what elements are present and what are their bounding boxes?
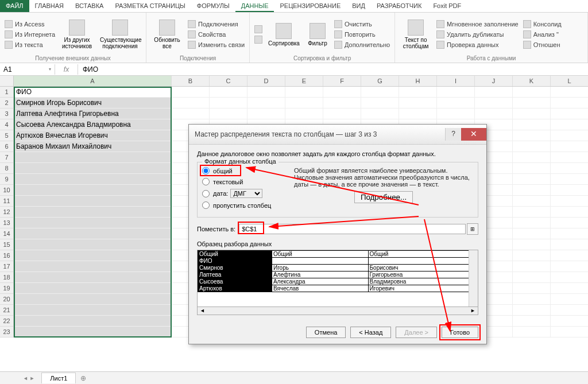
edit-links-button[interactable]: Изменить связи	[187, 40, 246, 49]
cell[interactable]	[513, 174, 551, 185]
dialog-help-button[interactable]: ?	[445, 128, 461, 141]
radio-date-label[interactable]: дата:	[213, 190, 228, 197]
row-header[interactable]: 1	[0, 87, 13, 98]
cell[interactable]	[551, 239, 588, 250]
what-if-button[interactable]: Анализ "	[522, 30, 563, 39]
cell[interactable]	[551, 272, 588, 283]
row-header[interactable]: 14	[0, 228, 13, 239]
dialog-titlebar[interactable]: Мастер распределения текста по столбцам …	[189, 125, 486, 145]
data-validation-button[interactable]: Проверка данных	[435, 40, 520, 49]
cell[interactable]: Баранов Михаил Михайлович	[14, 141, 172, 152]
row-header[interactable]: 12	[0, 207, 13, 218]
sheet-nav[interactable]: ◄ ►	[23, 375, 34, 381]
cell[interactable]	[14, 305, 172, 316]
col-header[interactable]: D	[247, 76, 285, 86]
cell[interactable]	[513, 196, 551, 207]
text-to-columns-button[interactable]: Текст по столбцам	[399, 14, 433, 55]
col-header[interactable]: L	[551, 76, 588, 86]
cell[interactable]	[475, 98, 513, 108]
cell[interactable]	[513, 98, 551, 108]
cell[interactable]	[475, 87, 513, 98]
row-header[interactable]: 6	[0, 141, 13, 152]
date-format-select[interactable]: ДМГ	[230, 189, 262, 198]
row-header[interactable]: 5	[0, 130, 13, 141]
cell[interactable]	[551, 250, 588, 261]
cell[interactable]	[513, 141, 551, 152]
cell[interactable]	[14, 196, 172, 207]
tab-view[interactable]: ВИД	[346, 0, 371, 12]
cell[interactable]	[513, 294, 551, 305]
cell[interactable]	[14, 294, 172, 305]
cell[interactable]: Сысоева Александра Владмировна	[14, 119, 172, 130]
connections-button[interactable]: Подключения	[187, 20, 246, 29]
col-header[interactable]: G	[361, 76, 399, 86]
row-header[interactable]: 13	[0, 218, 13, 228]
cell[interactable]	[551, 207, 588, 218]
cell[interactable]	[513, 152, 551, 163]
cell[interactable]	[361, 98, 399, 108]
cell[interactable]	[14, 272, 172, 283]
cell[interactable]	[513, 305, 551, 316]
radio-general[interactable]	[202, 167, 210, 174]
cell[interactable]	[399, 98, 437, 108]
cell[interactable]	[513, 185, 551, 196]
row-header[interactable]: 9	[0, 174, 13, 185]
row-header[interactable]: 15	[0, 239, 13, 250]
flash-fill-button[interactable]: Мгновенное заполнение	[435, 20, 520, 29]
sort-az-button[interactable]	[253, 25, 264, 34]
cell[interactable]	[551, 327, 588, 338]
cell[interactable]	[513, 316, 551, 327]
cell[interactable]	[14, 207, 172, 218]
row-header[interactable]: 23	[0, 327, 13, 338]
cell[interactable]	[247, 98, 285, 108]
preview-vscroll[interactable]	[469, 250, 478, 307]
cell[interactable]	[551, 141, 588, 152]
col-header[interactable]: A	[14, 76, 172, 86]
cell[interactable]	[247, 108, 285, 119]
cell[interactable]	[14, 261, 172, 272]
cell[interactable]	[14, 239, 172, 250]
range-picker-button[interactable]: ⊞	[467, 223, 478, 235]
cell[interactable]	[399, 87, 437, 98]
radio-date[interactable]	[202, 190, 210, 197]
cell[interactable]	[513, 327, 551, 338]
radio-text[interactable]	[202, 178, 210, 185]
cancel-button[interactable]: Отмена	[306, 327, 346, 338]
cell[interactable]	[551, 163, 588, 174]
cell[interactable]	[513, 207, 551, 218]
dialog-close-button[interactable]: ✕	[461, 128, 486, 141]
row-header[interactable]: 22	[0, 316, 13, 327]
cell[interactable]	[551, 108, 588, 119]
new-sheet-button[interactable]: ⊕	[76, 374, 91, 382]
radio-text-label[interactable]: текстовый	[213, 179, 243, 185]
row-header[interactable]: 16	[0, 250, 13, 261]
cell[interactable]	[551, 228, 588, 239]
sort-za-button[interactable]	[253, 35, 264, 44]
cell[interactable]	[14, 250, 172, 261]
sheet-tab-1[interactable]: Лист1	[41, 373, 76, 383]
cell[interactable]	[513, 119, 551, 130]
other-sources-button[interactable]: Из других источников	[59, 14, 95, 55]
cell[interactable]	[551, 174, 588, 185]
row-header[interactable]: 18	[0, 272, 13, 283]
cell[interactable]	[14, 327, 172, 338]
cell[interactable]	[513, 283, 551, 294]
cell[interactable]	[14, 163, 172, 174]
consolidate-button[interactable]: Консолид	[522, 20, 563, 29]
row-header[interactable]: 17	[0, 261, 13, 272]
cell[interactable]: Артюхов Вячеслав Игоревич	[14, 130, 172, 141]
cell[interactable]	[285, 108, 323, 119]
row-header[interactable]: 19	[0, 283, 13, 294]
advanced-filter-button[interactable]: Дополнительно	[333, 40, 391, 49]
cell[interactable]	[437, 87, 475, 98]
radio-general-label[interactable]: общий	[213, 168, 233, 174]
more-info-button[interactable]: Подробнее...	[354, 191, 413, 203]
cell[interactable]	[247, 87, 285, 98]
from-text-button[interactable]: Из текста	[3, 40, 56, 49]
tab-home[interactable]: ГЛАВНАЯ	[29, 0, 69, 12]
row-header[interactable]: 21	[0, 305, 13, 316]
row-header[interactable]: 10	[0, 185, 13, 196]
col-header[interactable]: J	[475, 76, 513, 86]
tab-data[interactable]: ДАННЫЕ	[235, 0, 274, 12]
cell[interactable]	[551, 294, 588, 305]
